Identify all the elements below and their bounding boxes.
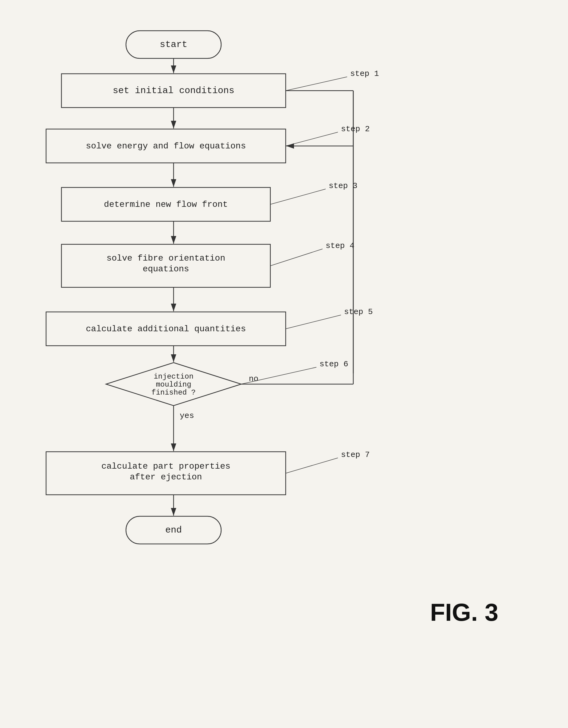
step4-box: solve fibre orientation equations [61,244,270,287]
step7-box: calculate part properties after ejection [46,452,286,495]
step1-annotation: step 1 [350,69,379,78]
step4-annotation: step 4 [325,241,354,250]
step2-annotation: step 2 [341,124,370,134]
start-terminal: start [126,31,221,58]
step4-line1: solve fibre orientation [107,254,225,263]
start-label: start [160,39,187,50]
decision-line2: moulding [156,380,191,389]
decision-line3: finished ? [152,388,196,397]
step1-box: set initial conditions [61,74,286,108]
step1-label: set initial conditions [113,85,235,96]
no-label: no [249,374,259,384]
step7-annotation: step 7 [341,450,370,459]
step7-line2: after ejection [130,472,202,482]
step4-line2: equations [143,264,189,274]
figure-label: FIG. 3 [430,599,498,626]
decision-line1: injection [154,372,194,381]
step3-box: determine new flow front [61,187,270,221]
step3-label: determine new flow front [104,200,228,209]
step5-label: calculate additional quantities [86,324,246,334]
step7-line1: calculate part properties [101,462,231,471]
flowchart-svg: start set initial conditions step 1 solv… [15,12,553,713]
end-terminal: end [126,516,221,544]
step5-box: calculate additional quantities [46,312,286,346]
end-label: end [165,525,182,535]
step2-box: solve energy and flow equations [46,129,286,163]
step5-annotation: step 5 [344,307,373,317]
diagram-container: start set initial conditions step 1 solv… [15,12,553,713]
step2-label: solve energy and flow equations [86,141,246,151]
yes-label: yes [180,411,194,420]
step6-annotation: step 6 [319,360,348,369]
